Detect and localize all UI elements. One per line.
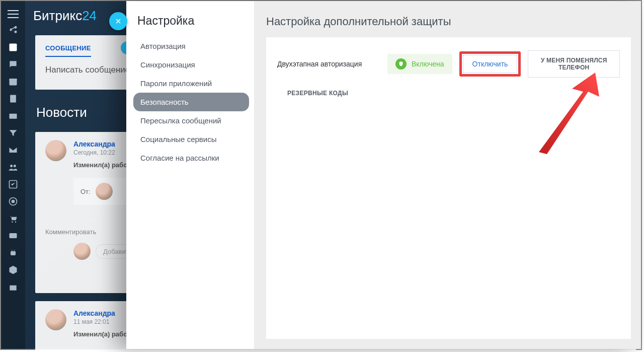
avatar	[96, 183, 113, 200]
shield-icon	[395, 58, 407, 69]
android-icon[interactable]	[8, 248, 18, 258]
backup-codes-link[interactable]: РЕЗЕРВНЫЕ КОДЫ	[287, 90, 620, 97]
svg-rect-4	[10, 114, 17, 119]
share-icon[interactable]	[8, 25, 18, 35]
cart-icon[interactable]	[8, 214, 18, 224]
calendar-icon[interactable]	[8, 77, 18, 87]
feed-icon[interactable]	[8, 42, 18, 52]
sidebar-item-5[interactable]: Социальные сервисы	[133, 130, 249, 149]
sidebar-item-3[interactable]: Безопасность	[133, 93, 249, 111]
doc-icon[interactable]	[8, 94, 18, 104]
disable-twofa-button[interactable]: Отключить	[463, 55, 518, 73]
app-brand: Битрикс24	[33, 8, 97, 24]
svg-point-14	[12, 250, 13, 251]
annotation-highlight: Отключить	[459, 51, 521, 77]
check-icon[interactable]	[8, 179, 18, 189]
svg-point-11	[15, 221, 17, 223]
sidebar-item-6[interactable]: Согласие на рассылки	[133, 149, 249, 167]
svg-rect-12	[10, 233, 17, 238]
svg-rect-13	[11, 251, 16, 255]
close-panel-button[interactable]	[109, 12, 127, 30]
svg-rect-3	[10, 95, 16, 103]
settings-panel: Настройка АвторизацияСинхронизацияПароли…	[126, 1, 641, 349]
svg-point-15	[14, 250, 15, 251]
svg-point-5	[10, 165, 13, 167]
mail-icon[interactable]	[8, 145, 18, 155]
sidebar-item-4[interactable]: Пересылка сообщений	[133, 111, 249, 130]
twofa-label: Двухэтапная авторизация	[277, 60, 380, 68]
tab-message[interactable]: СООБЩЕНИЕ	[45, 44, 91, 57]
card-icon[interactable]	[8, 231, 18, 241]
svg-rect-2	[10, 79, 17, 80]
news-heading: Новости	[36, 105, 87, 120]
drive-icon[interactable]	[8, 111, 18, 121]
filter-icon[interactable]	[8, 128, 18, 138]
status-text: Включена	[412, 60, 444, 68]
sidebar-item-2[interactable]: Пароли приложений	[133, 74, 249, 93]
box-icon[interactable]	[8, 282, 18, 292]
sidebar-title: Настройка	[137, 14, 249, 28]
settings-sidebar: Настройка АвторизацияСинхронизацияПароли…	[126, 1, 254, 349]
svg-rect-0	[10, 44, 17, 51]
left-nav-rail	[1, 1, 25, 349]
changed-phone-button[interactable]: У МЕНЯ ПОМЕНЯЛСЯ ТЕЛЕФОН	[528, 50, 620, 78]
settings-sheet: Двухэтапная авторизация Включена Отключи…	[266, 37, 631, 339]
chat-icon[interactable]	[8, 59, 18, 69]
cube-icon[interactable]	[8, 265, 18, 275]
svg-point-9	[12, 200, 15, 203]
svg-point-6	[14, 165, 16, 167]
menu-icon[interactable]	[8, 10, 19, 18]
avatar	[73, 243, 91, 260]
avatar	[45, 309, 66, 330]
main-title: Настройка дополнительной защиты	[266, 15, 631, 28]
group-icon[interactable]	[8, 162, 18, 172]
sidebar-item-1[interactable]: Синхронизация	[133, 55, 249, 74]
target-icon[interactable]	[8, 196, 18, 206]
settings-main: Настройка дополнительной защиты Двухэтап…	[254, 1, 641, 349]
sidebar-item-0[interactable]: Авторизация	[133, 37, 249, 55]
svg-rect-16	[10, 286, 16, 291]
svg-point-10	[12, 221, 13, 223]
avatar	[45, 140, 66, 161]
twofa-status: Включена	[387, 54, 452, 74]
